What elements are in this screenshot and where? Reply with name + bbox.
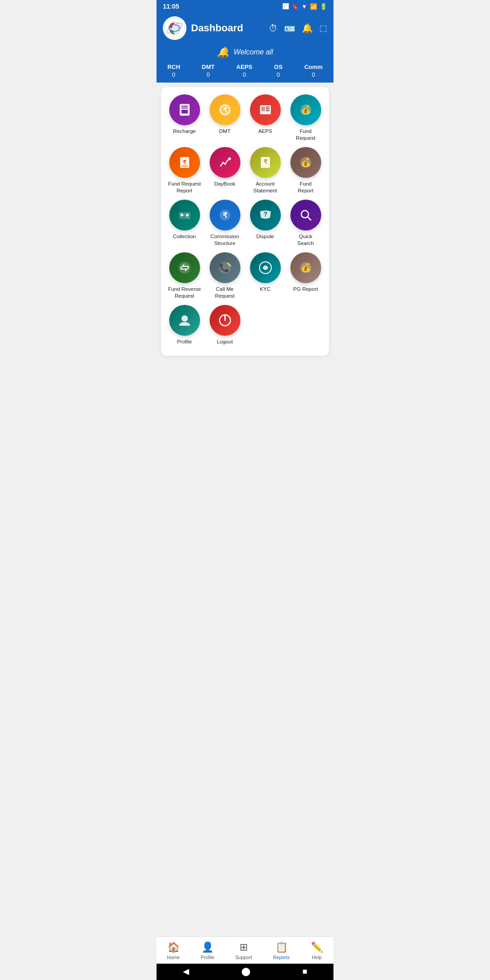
aeps-icon — [250, 94, 281, 125]
account-statement-icon: ₹ — [250, 147, 281, 178]
grid-item-recharge[interactable]: Recharge — [166, 94, 203, 142]
svg-text:💰: 💰 — [301, 105, 311, 115]
recharge-icon — [169, 94, 200, 125]
welcome-text: Welcome all — [234, 48, 273, 56]
status-time: 11:05 — [163, 3, 179, 10]
logout-icon — [210, 305, 240, 336]
svg-text:?: ? — [263, 211, 267, 218]
commission-structure-label: Commission Structure — [211, 233, 239, 247]
main-card: Recharge₹DMTAEPS💰Fund Request₹Fund Reque… — [161, 87, 329, 356]
svg-text:₹: ₹ — [183, 159, 186, 166]
grid-item-dmt[interactable]: ₹DMT — [206, 94, 244, 142]
profile-label: Profile — [177, 338, 192, 345]
grid-item-profile[interactable]: Profile — [166, 305, 203, 345]
alert-bell-icon: 🔔 — [217, 46, 229, 58]
fund-request-label: Fund Request — [296, 128, 315, 142]
recharge-label: Recharge — [173, 128, 196, 135]
fund-request-report-icon: ₹ — [169, 147, 200, 178]
grid-item-collection[interactable]: Collection — [166, 200, 203, 247]
grid-item-fund-reverse-request[interactable]: Fund Reverse Request — [166, 252, 203, 299]
svg-text:₹: ₹ — [264, 158, 268, 165]
header-icons: ⏱ 🪪 🔔 ⬚ — [269, 23, 327, 34]
app-header: Dashboard ⏱ 🪪 🔔 ⬚ — [157, 13, 333, 44]
grid-item-aeps[interactable]: AEPS — [246, 94, 284, 142]
svg-point-35 — [179, 262, 191, 274]
svg-text:₹: ₹ — [223, 211, 228, 219]
dmt-icon: ₹ — [210, 94, 240, 125]
grid-item-kyc[interactable]: KYC — [246, 252, 284, 299]
grid-item-fund-request[interactable]: 💰Fund Request — [287, 94, 324, 142]
grid-item-logout[interactable]: Logout — [206, 305, 244, 345]
grid-item-fund-request-report[interactable]: ₹Fund Request Report — [166, 147, 203, 194]
pg-report-icon: 💰 — [290, 252, 321, 283]
grid-item-quick-search[interactable]: Quick Search — [287, 200, 324, 247]
quick-search-icon — [290, 200, 321, 230]
grid-item-fund-report[interactable]: 💰Fund Report — [287, 147, 324, 194]
dispute-label: Dispute — [256, 233, 274, 240]
svg-point-28 — [181, 214, 183, 216]
fund-request-report-label: Fund Request Report — [168, 181, 201, 194]
header-title: Dashboard — [191, 22, 264, 34]
wifi-icon: ▼ — [301, 3, 307, 10]
status-icons: 🅿 🔖 ▼ 📶 🔋 — [283, 3, 327, 10]
svg-text:💰: 💰 — [301, 263, 311, 273]
svg-point-21 — [228, 157, 231, 160]
fund-request-icon: 💰 — [290, 94, 321, 125]
svg-point-29 — [186, 214, 189, 216]
grid-item-commission-structure[interactable]: ₹Commission Structure — [206, 200, 244, 247]
pg-report-label: PG Report — [293, 286, 318, 293]
stat-dmt: DMT0 — [202, 64, 215, 78]
stat-aeps: AEPS0 — [236, 64, 252, 78]
call-me-request-icon: 📞 — [210, 252, 240, 283]
aeps-label: AEPS — [258, 128, 272, 135]
daybook-icon — [210, 147, 240, 178]
svg-point-43 — [181, 315, 188, 322]
dmt-label: DMT — [219, 128, 230, 135]
daybook-label: DayBook — [214, 181, 235, 187]
svg-rect-7 — [181, 110, 188, 113]
stats-bar: RCH0DMT0AEPS0OS0Comm0 — [157, 62, 333, 83]
grid-item-account-statement[interactable]: ₹Account Statement — [246, 147, 284, 194]
grid-item-dispute[interactable]: ?Dispute — [246, 200, 284, 247]
wallet-icon[interactable]: 🪪 — [284, 23, 295, 34]
fund-reverse-request-label: Fund Reverse Request — [168, 286, 201, 299]
grid-item-pg-report[interactable]: 💰PG Report — [287, 252, 324, 299]
bell-icon[interactable]: 🔔 — [302, 23, 313, 34]
status-bar: 11:05 🅿 🔖 ▼ 📶 🔋 — [157, 0, 333, 13]
collection-icon — [169, 200, 200, 230]
p-icon: 🅿 — [283, 3, 289, 10]
call-me-request-label: Call Me Request — [215, 286, 235, 299]
svg-rect-12 — [261, 107, 265, 111]
collection-label: Collection — [173, 233, 196, 240]
history-icon[interactable]: ⏱ — [269, 23, 278, 34]
stat-rch: RCH0 — [167, 64, 180, 78]
profile-icon — [169, 305, 200, 336]
menu-grid: Recharge₹DMTAEPS💰Fund Request₹Fund Reque… — [166, 94, 324, 345]
app-logo — [163, 16, 186, 40]
kyc-label: KYC — [260, 286, 271, 293]
svg-rect-20 — [181, 166, 188, 167]
grid-item-daybook[interactable]: DayBook — [206, 147, 244, 194]
svg-text:₹: ₹ — [223, 106, 227, 113]
bookmark-icon: 🔖 — [291, 3, 299, 10]
stat-comm: Comm0 — [304, 64, 323, 78]
logout-label: Logout — [217, 338, 233, 345]
fund-report-icon: 💰 — [290, 147, 321, 178]
battery-icon: 🔋 — [320, 3, 327, 10]
svg-point-40 — [264, 266, 267, 270]
svg-line-34 — [308, 217, 311, 220]
stat-os: OS0 — [274, 64, 283, 78]
kyc-icon — [250, 252, 281, 283]
dispute-icon: ? — [250, 200, 281, 230]
welcome-bar: 🔔 Welcome all — [157, 44, 333, 62]
qr-icon[interactable]: ⬚ — [319, 23, 327, 33]
svg-text:💰: 💰 — [301, 157, 311, 167]
account-statement-label: Account Statement — [253, 181, 277, 194]
quick-search-label: Quick Search — [297, 233, 314, 247]
signal-icon: 📶 — [310, 3, 317, 10]
fund-reverse-request-icon — [169, 252, 200, 283]
grid-item-call-me-request[interactable]: 📞Call Me Request — [206, 252, 244, 299]
commission-structure-icon: ₹ — [210, 200, 240, 230]
fund-report-label: Fund Report — [298, 181, 314, 194]
